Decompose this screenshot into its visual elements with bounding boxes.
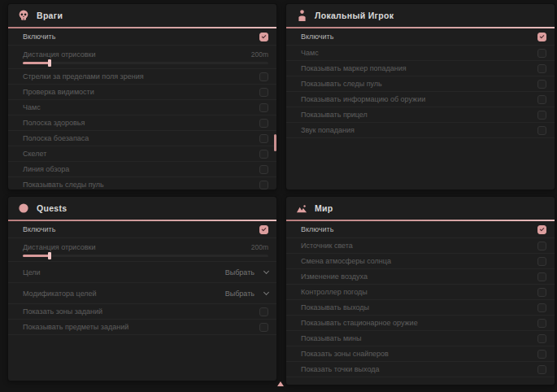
slider-fill xyxy=(23,255,50,257)
panel-body: Включить Дистанция отрисовки 200m Стрелк… xyxy=(8,28,276,189)
check-icon xyxy=(540,227,545,232)
toggle-row[interactable]: Чамс xyxy=(286,46,555,61)
slider-handle[interactable] xyxy=(48,59,51,67)
checkbox[interactable] xyxy=(259,150,268,159)
check-icon xyxy=(262,34,267,39)
panel-body: Включить Чамс Показывать маркер попадани… xyxy=(286,28,555,138)
slider-label: Дистанция отрисовки xyxy=(23,50,96,59)
checkbox[interactable] xyxy=(537,334,546,343)
toggle-label: Показывать информацию об оружии xyxy=(301,95,425,103)
toggle-row[interactable]: Изменение воздуха xyxy=(286,269,555,285)
skull-icon xyxy=(18,10,29,21)
checkbox[interactable] xyxy=(259,165,268,174)
toggle-label: Чамс xyxy=(23,103,41,111)
toggle-label: Показывать следы пуль xyxy=(301,80,382,88)
slider-value: 200m xyxy=(251,243,268,251)
checkbox[interactable] xyxy=(537,257,546,266)
checkbox[interactable] xyxy=(537,288,546,297)
toggle-row[interactable]: Показать зоны заданий xyxy=(8,304,276,320)
toggle-row[interactable]: Звук попадания xyxy=(286,123,555,138)
toggle-row[interactable]: Смена атмосферы солнца xyxy=(286,254,555,269)
checkbox[interactable] xyxy=(537,95,546,104)
toggle-row[interactable]: Включить xyxy=(286,28,555,46)
toggle-row[interactable]: Показывать предметы заданий xyxy=(8,320,276,335)
select-value: Выбрать xyxy=(225,290,255,298)
toggle-row[interactable]: Включить xyxy=(8,28,276,46)
check-icon xyxy=(540,34,545,39)
toggle-row[interactable]: Чамс xyxy=(8,100,276,115)
toggle-row[interactable]: Показывать мины xyxy=(286,331,555,346)
toggle-label: Показывать стационарное оружие xyxy=(301,319,418,327)
checkbox[interactable] xyxy=(259,119,268,128)
checkbox[interactable] xyxy=(259,323,268,332)
checkbox[interactable] xyxy=(259,307,268,316)
toggle-row[interactable]: Показывать информацию об оружии xyxy=(286,92,555,107)
checkbox[interactable] xyxy=(537,64,546,73)
slider-row: Дистанция отрисовки 200m xyxy=(8,46,276,69)
toggle-row[interactable]: Полоска здоровья xyxy=(8,115,276,131)
toggle-row[interactable]: Стрелки за пределами поля зрения xyxy=(8,69,276,85)
toggle-label: Проверка видимости xyxy=(23,88,94,96)
toggle-row[interactable]: Показывать выходы xyxy=(286,300,555,316)
panel-header[interactable]: Quests xyxy=(8,197,276,221)
checkbox[interactable] xyxy=(259,72,268,81)
checkbox[interactable] xyxy=(259,88,268,97)
toggle-label: Показывать маркер попадания xyxy=(301,64,407,72)
panel-title: Локальный Игрок xyxy=(315,11,394,20)
scrollbar-thumb[interactable] xyxy=(274,134,276,151)
toggle-label: Смена атмосферы солнца xyxy=(301,257,391,265)
toggle-row[interactable]: Полоска боезапаса xyxy=(8,131,276,146)
checkbox[interactable] xyxy=(259,103,268,112)
toggle-row[interactable]: Показать точки выхода xyxy=(286,362,555,377)
select-dropdown[interactable]: Выбрать xyxy=(225,290,268,298)
toggle-row[interactable]: Показывать прицел xyxy=(286,107,555,123)
toggle-label: Показывать следы пуль xyxy=(23,181,104,189)
checkbox[interactable] xyxy=(537,111,546,120)
checkbox[interactable] xyxy=(259,134,268,143)
checkbox[interactable] xyxy=(537,303,546,312)
toggle-row[interactable]: Источник света xyxy=(286,238,555,254)
checkbox[interactable] xyxy=(537,272,546,281)
toggle-row[interactable]: Проверка видимости xyxy=(8,85,276,100)
checkbox[interactable] xyxy=(259,225,268,234)
slider-track[interactable] xyxy=(23,255,268,257)
panel-quests: Quests Включить Дистанция отрисовки 200m… xyxy=(8,197,276,381)
toggle-row[interactable]: Включить xyxy=(286,221,555,238)
checkbox[interactable] xyxy=(537,126,546,135)
select-value: Выбрать xyxy=(225,268,255,277)
toggle-label: Чамс xyxy=(301,49,319,57)
toggle-row[interactable]: Показывать следы пуль xyxy=(8,177,276,189)
checkbox[interactable] xyxy=(259,181,268,189)
toggle-label: Полоска боезапаса xyxy=(23,134,89,142)
checkbox[interactable] xyxy=(537,319,546,328)
cheat-menu-overlay: Враги Включить Дистанция отрисовки 200m … xyxy=(0,0,557,392)
toggle-row[interactable]: Скелет xyxy=(8,146,276,162)
toggle-row[interactable]: Показывать следы пуль xyxy=(286,76,555,92)
checkbox[interactable] xyxy=(259,33,268,41)
panel-header[interactable]: Локальный Игрок xyxy=(286,4,555,28)
slider-track[interactable] xyxy=(23,62,268,64)
toggle-label: Показать точки выхода xyxy=(301,365,379,373)
toggle-row[interactable]: Включить xyxy=(8,221,276,238)
slider-label: Дистанция отрисовки xyxy=(23,243,96,251)
toggle-row[interactable]: Показать зоны снайперов xyxy=(286,346,555,362)
panel-title: Мир xyxy=(315,203,333,213)
toggle-row[interactable]: Показывать стационарное оружие xyxy=(286,316,555,331)
checkbox[interactable] xyxy=(537,33,546,41)
toggle-row[interactable]: Показывать маркер попадания xyxy=(286,61,555,76)
checkbox[interactable] xyxy=(537,80,546,89)
toggle-label: Показывать прицел xyxy=(301,111,368,119)
checkbox[interactable] xyxy=(537,225,546,234)
toggle-row[interactable]: Контроллер погоды xyxy=(286,285,555,300)
slider-handle[interactable] xyxy=(48,252,51,259)
checkbox[interactable] xyxy=(537,365,546,374)
panel-body: Включить Источник света Смена атмосферы … xyxy=(286,221,555,377)
checkbox[interactable] xyxy=(537,350,546,359)
toggle-label: Показать зоны снайперов xyxy=(301,350,389,358)
select-dropdown[interactable]: Выбрать xyxy=(225,268,268,277)
toggle-row[interactable]: Линия обзора xyxy=(8,162,276,177)
panel-header[interactable]: Мир xyxy=(286,197,555,221)
checkbox[interactable] xyxy=(537,49,546,58)
checkbox[interactable] xyxy=(537,242,546,250)
panel-header[interactable]: Враги xyxy=(8,4,276,28)
